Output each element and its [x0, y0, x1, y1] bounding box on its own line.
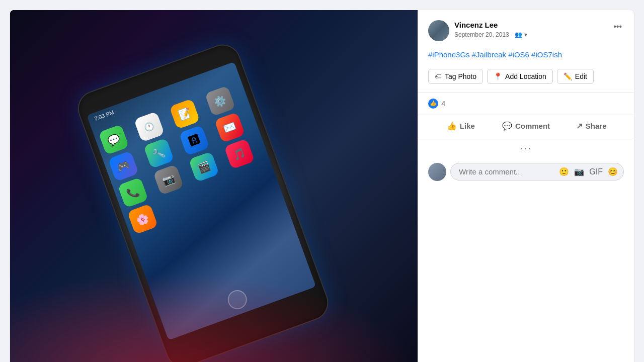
phone-screen: 7:03 PM 💬 🕐 📝 ⚙️ 🎮 🔧 🅰 ✉️ 📞 📷 — [87, 62, 316, 340]
phone-image: 7:03 PM 💬 🕐 📝 ⚙️ 🎮 🔧 🅰 ✉️ 📞 📷 — [73, 39, 334, 362]
edit-button[interactable]: ✏️ Edit — [557, 69, 594, 84]
post-hashtags: #iPhone3Gs #Jailbreak #iOS6 #iOS7ish — [428, 49, 624, 69]
user-name[interactable]: Vincenz Lee — [454, 20, 606, 30]
comment-label: Comment — [515, 122, 550, 130]
reactions-row: 👍 4 — [428, 93, 624, 115]
app-camera: 📷 — [153, 164, 184, 196]
comment-icons: 🙂 📷 GIF 😊 — [558, 166, 619, 177]
more-options-button[interactable]: ••• — [611, 20, 624, 33]
more-dots-icon: ••• — [613, 22, 622, 31]
phone-body: 7:03 PM 💬 🕐 📝 ⚙️ 🎮 🔧 🅰 ✉️ 📞 📷 — [73, 39, 334, 362]
add-location-button[interactable]: 📍 Add Location — [487, 69, 553, 84]
app-phone: 📞 — [118, 177, 149, 208]
photo-section: 7:03 PM 💬 🕐 📝 ⚙️ 🎮 🔧 🅰 ✉️ 📞 📷 — [10, 10, 418, 362]
home-button — [225, 288, 250, 312]
like-label: Like — [460, 122, 475, 130]
thumbs-up-icon: 👍 — [430, 100, 437, 107]
comment-icon: 💬 — [502, 121, 512, 131]
sticker-button[interactable]: 😊 — [607, 166, 619, 177]
like-icon: 👍 — [447, 121, 457, 131]
avatar-image — [428, 20, 449, 41]
app-grid: 💬 🕐 📝 ⚙️ 🎮 🔧 🅰 ✉️ 📞 📷 🎬 🎵 — [90, 71, 280, 241]
user-info: Vincenz Lee September 20, 2013 · 👥 ▾ — [454, 20, 606, 38]
emoji-button[interactable]: 🙂 — [558, 166, 570, 177]
tag-photo-button[interactable]: 🏷 Tag Photo — [428, 69, 483, 84]
audience-icon: 👥 — [515, 31, 522, 38]
post-container: 7:03 PM 💬 🕐 📝 ⚙️ 🎮 🔧 🅰 ✉️ 📞 📷 — [10, 10, 634, 362]
like-reaction-icon: 👍 — [428, 99, 438, 109]
meta-separator: · — [511, 31, 513, 38]
app-clock: 🕐 — [134, 111, 165, 142]
social-actions: 👍 Like 💬 Comment ↗ Share — [428, 115, 624, 137]
action-buttons: 🏷 Tag Photo 📍 Add Location ✏️ Edit — [428, 69, 624, 92]
tag-photo-label: Tag Photo — [445, 72, 476, 80]
share-label: Share — [586, 122, 607, 130]
post-meta: September 20, 2013 · 👥 ▾ — [454, 31, 606, 38]
commenter-avatar — [428, 163, 446, 181]
app-videos: 🎬 — [189, 151, 220, 183]
app-appstore: 🅰 — [179, 125, 210, 156]
info-panel: Vincenz Lee September 20, 2013 · 👥 ▾ •••… — [418, 10, 634, 362]
share-button[interactable]: ↗ Share — [558, 117, 624, 135]
post-date: September 20, 2013 — [454, 31, 509, 38]
more-ellipsis: ··· — [520, 142, 532, 153]
app-mail: ✉️ — [214, 112, 246, 143]
comment-button[interactable]: 💬 Comment — [494, 117, 559, 135]
tag-icon: 🏷 — [435, 72, 442, 80]
app-messages: 💬 — [98, 124, 129, 155]
edit-label: Edit — [575, 72, 587, 80]
avatar — [428, 20, 449, 41]
app-photos: 🌸 — [127, 204, 158, 235]
reaction-count: 4 — [441, 99, 445, 108]
post-image: 7:03 PM 💬 🕐 📝 ⚙️ 🎮 🔧 🅰 ✉️ 📞 📷 — [10, 10, 418, 362]
comment-section: 🙂 📷 GIF 😊 — [428, 159, 624, 181]
user-header: Vincenz Lee September 20, 2013 · 👥 ▾ ••• — [428, 20, 624, 49]
app-settings: ⚙️ — [205, 85, 236, 117]
gif-button[interactable]: GIF — [588, 166, 604, 177]
app-music: 🎵 — [224, 138, 255, 169]
edit-icon: ✏️ — [564, 72, 572, 80]
like-button[interactable]: 👍 Like — [428, 117, 494, 135]
app-utilities: 🔧 — [143, 138, 175, 169]
comment-input-wrapper: 🙂 📷 GIF 😊 — [450, 163, 624, 180]
share-icon: ↗ — [576, 121, 583, 131]
more-row[interactable]: ··· — [428, 137, 624, 159]
audience-chevron: ▾ — [524, 31, 527, 38]
app-game: 🎮 — [108, 151, 139, 182]
app-notes: 📝 — [169, 99, 200, 130]
add-location-label: Add Location — [505, 72, 546, 80]
camera-comment-button[interactable]: 📷 — [573, 166, 585, 177]
location-icon: 📍 — [494, 72, 502, 80]
